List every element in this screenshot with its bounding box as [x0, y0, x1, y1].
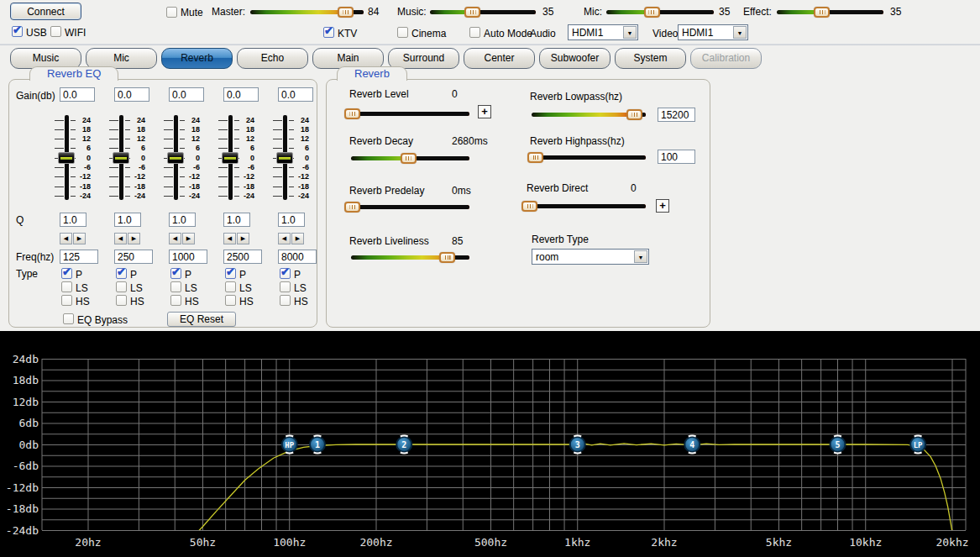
slider-track[interactable] [777, 10, 883, 14]
eq-bypass-checkbox[interactable] [63, 313, 74, 324]
chevron-down-icon[interactable]: ▼ [623, 26, 637, 39]
slider-knob[interactable] [344, 108, 360, 119]
q-decrement-button[interactable]: ◀ [223, 233, 236, 244]
slider-track[interactable] [351, 205, 469, 209]
band-freq-input[interactable] [223, 250, 262, 264]
reverb-decay-slider[interactable] [351, 153, 469, 164]
band-gain-input[interactable] [60, 87, 95, 102]
band-q-input[interactable] [114, 213, 141, 227]
effect-volume-slider[interactable] [777, 7, 883, 18]
type-peak-checkbox[interactable] [116, 268, 127, 279]
band-gain-input[interactable] [114, 87, 149, 102]
band-gain-input[interactable] [169, 87, 204, 102]
band-gain-input[interactable] [223, 87, 259, 102]
reverb-level-slider[interactable] [351, 108, 469, 119]
q-decrement-button[interactable]: ◀ [60, 233, 72, 244]
type-lowshelf-checkbox[interactable] [61, 281, 72, 292]
slider-track[interactable] [528, 204, 646, 208]
type-lowshelf-checkbox[interactable] [116, 281, 127, 292]
band-freq-input[interactable] [60, 250, 98, 264]
reverb-lowpass-input[interactable] [658, 108, 695, 122]
chevron-down-icon[interactable]: ▼ [634, 250, 647, 263]
q-increment-button[interactable]: ▶ [237, 233, 249, 244]
tab-echo[interactable]: Echo [237, 48, 308, 69]
slider-knob[interactable] [344, 202, 360, 213]
eq-reset-button[interactable]: EQ Reset [167, 312, 236, 327]
type-peak-checkbox[interactable] [61, 268, 72, 279]
master-volume-slider[interactable] [250, 7, 364, 18]
band-freq-input[interactable] [278, 250, 317, 264]
q-increment-button[interactable]: ▶ [182, 233, 195, 244]
q-increment-button[interactable]: ▶ [291, 233, 304, 244]
ktv-checkbox[interactable] [323, 27, 334, 38]
reverb-highpass-input[interactable] [658, 150, 695, 164]
band-gain-slider[interactable]: 24181260-6-12-18-24 [49, 115, 99, 200]
type-peak-checkbox[interactable] [225, 268, 236, 279]
q-decrement-button[interactable]: ◀ [169, 233, 181, 244]
tab-center[interactable]: Center [464, 48, 535, 69]
slider-knob[interactable] [464, 7, 480, 18]
tab-system[interactable]: System [615, 48, 686, 69]
type-lowshelf-checkbox[interactable] [225, 281, 236, 292]
reverb-lowpass-slider[interactable] [532, 109, 646, 120]
type-lowshelf-checkbox[interactable] [170, 281, 181, 292]
band-q-input[interactable] [60, 213, 86, 227]
auto-mode-checkbox[interactable] [469, 27, 480, 38]
band-gain-input[interactable] [278, 87, 313, 102]
wifi-checkbox[interactable] [50, 26, 61, 37]
q-increment-button[interactable]: ▶ [128, 233, 140, 244]
slider-knob[interactable] [626, 109, 642, 120]
band-gain-slider[interactable]: 24181260-6-12-18-24 [103, 115, 154, 200]
slider-track[interactable] [351, 112, 469, 116]
slider-knob[interactable] [167, 152, 184, 164]
usb-checkbox[interactable] [12, 26, 23, 37]
type-highshelf-checkbox[interactable] [225, 295, 236, 306]
mic-volume-slider[interactable] [606, 7, 714, 18]
band-freq-input[interactable] [114, 250, 153, 264]
type-peak-checkbox[interactable] [280, 268, 291, 279]
band-gain-slider[interactable]: 24181260-6-12-18-24 [158, 115, 208, 200]
band-gain-slider[interactable]: 24181260-6-12-18-24 [267, 115, 317, 200]
type-lowshelf-checkbox[interactable] [280, 281, 291, 292]
q-decrement-button[interactable]: ◀ [278, 233, 291, 244]
type-highshelf-checkbox[interactable] [170, 295, 181, 306]
type-highshelf-checkbox[interactable] [280, 295, 291, 306]
slider-knob[interactable] [401, 153, 417, 164]
tab-subwoofer[interactable]: Subwoofer [539, 48, 611, 69]
slider-knob[interactable] [527, 152, 543, 163]
slider-knob[interactable] [439, 252, 455, 263]
reverb-direct-plus-button[interactable]: + [656, 199, 669, 213]
type-peak-checkbox[interactable] [170, 268, 181, 279]
band-gain-slider[interactable]: 24181260-6-12-18-24 [212, 115, 263, 200]
tab-reverb[interactable]: Reverb [161, 48, 233, 69]
slider-track[interactable] [430, 10, 536, 14]
eq-curve-canvas[interactable]: 24db18db12db6db0db-6db-12db-18db-24db20h… [0, 331, 980, 557]
video-output-select[interactable]: HDMI1 ▼ [678, 24, 748, 40]
slider-knob[interactable] [521, 201, 537, 212]
slider-knob[interactable] [222, 152, 238, 164]
slider-knob[interactable] [113, 152, 129, 164]
slider-knob[interactable] [276, 152, 293, 164]
connect-button[interactable]: Connect [10, 3, 81, 20]
reverb-direct-slider[interactable] [528, 201, 646, 212]
type-highshelf-checkbox[interactable] [61, 295, 72, 306]
cinema-checkbox[interactable] [397, 27, 408, 38]
band-q-input[interactable] [223, 213, 250, 227]
reverb-level-plus-button[interactable]: + [478, 105, 491, 118]
slider-knob[interactable] [644, 7, 660, 18]
slider-knob[interactable] [58, 152, 75, 164]
reverb-liveliness-slider[interactable] [351, 252, 469, 263]
audio-output-select[interactable]: HDMI1 ▼ [568, 24, 638, 40]
music-volume-slider[interactable] [430, 7, 536, 18]
slider-track[interactable] [606, 10, 714, 14]
mute-checkbox[interactable] [166, 7, 177, 18]
slider-knob[interactable] [338, 7, 354, 18]
band-q-input[interactable] [169, 213, 196, 227]
band-freq-input[interactable] [169, 250, 207, 264]
reverb-predelay-slider[interactable] [351, 202, 469, 213]
q-increment-button[interactable]: ▶ [73, 233, 86, 244]
reverb-highpass-slider[interactable] [532, 152, 646, 163]
slider-knob[interactable] [814, 7, 830, 18]
reverb-type-select[interactable]: room ▼ [532, 249, 649, 265]
chevron-down-icon[interactable]: ▼ [733, 26, 747, 39]
